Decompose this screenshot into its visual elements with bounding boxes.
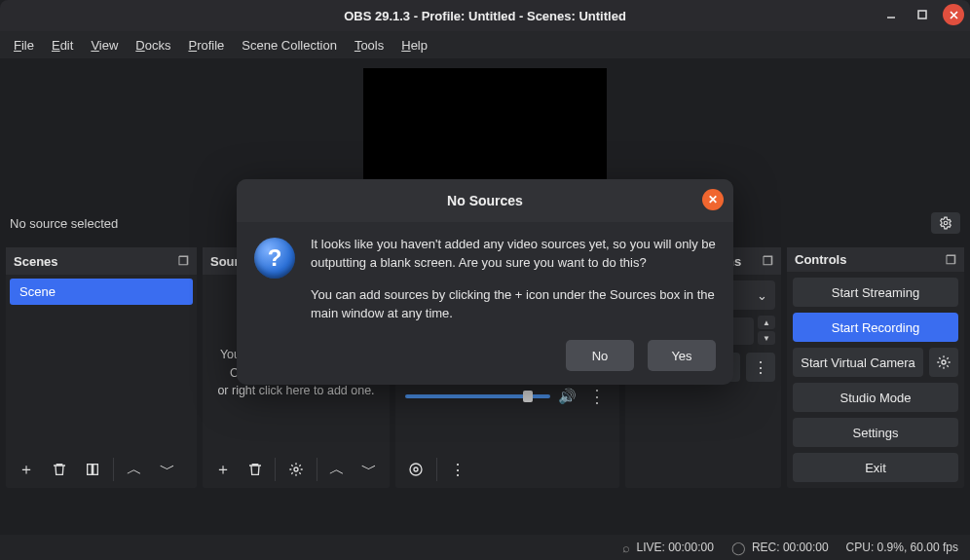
no-sources-dialog: No Sources ✕ ? It looks like you haven't…	[237, 179, 733, 385]
dialog-title: No Sources	[447, 193, 523, 208]
modal-overlay: No Sources ✕ ? It looks like you haven't…	[0, 0, 970, 560]
dialog-text-1: It looks like you haven't added any vide…	[311, 236, 716, 273]
dialog-no-button[interactable]: No	[566, 340, 634, 371]
close-icon: ✕	[708, 193, 718, 206]
question-icon: ?	[254, 238, 295, 279]
dialog-text-2: You can add sources by clicking the + ic…	[311, 286, 716, 323]
dialog-yes-button[interactable]: Yes	[648, 340, 716, 371]
dialog-close-button[interactable]: ✕	[702, 189, 724, 210]
